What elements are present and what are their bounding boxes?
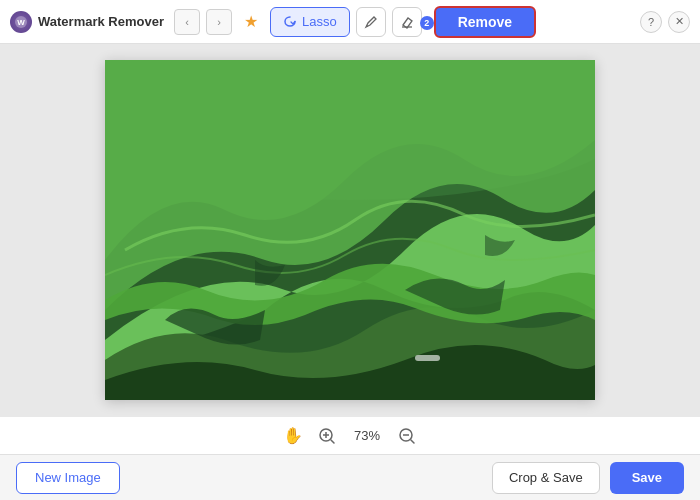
bottom-bar: New Image Crop & Save Save	[0, 454, 700, 500]
star-button[interactable]: ★	[238, 9, 264, 35]
zoom-out-button[interactable]	[395, 424, 419, 448]
eraser-tool-button[interactable]	[392, 7, 422, 37]
zoom-out-icon	[398, 427, 416, 445]
zoom-bar: ✋ 73%	[0, 416, 700, 454]
badge-count: 2	[420, 16, 434, 30]
canvas-area	[0, 44, 700, 416]
crop-save-button[interactable]: Crop & Save	[492, 462, 600, 494]
bottom-right-actions: Crop & Save Save	[492, 462, 684, 494]
landscape-image	[105, 60, 595, 400]
close-button[interactable]: ✕	[668, 11, 690, 33]
remove-button[interactable]: Remove	[434, 6, 536, 38]
new-image-button[interactable]: New Image	[16, 462, 120, 494]
lasso-icon	[283, 15, 297, 29]
hand-icon: ✋	[283, 426, 303, 445]
save-button[interactable]: Save	[610, 462, 684, 494]
svg-text:W: W	[17, 18, 25, 27]
help-button[interactable]: ?	[640, 11, 662, 33]
eraser-icon	[400, 15, 414, 29]
window-controls: ? ✕	[640, 11, 690, 33]
svg-line-9	[331, 440, 334, 443]
hand-tool-button[interactable]: ✋	[281, 424, 305, 448]
app-title: Watermark Remover	[38, 14, 164, 29]
forward-button[interactable]: ›	[206, 9, 232, 35]
brush-tool-button[interactable]	[356, 7, 386, 37]
back-button[interactable]: ‹	[174, 9, 200, 35]
lasso-tool-button[interactable]: Lasso	[270, 7, 350, 37]
zoom-in-icon	[318, 427, 336, 445]
app-logo: W	[10, 11, 32, 33]
svg-rect-5	[415, 355, 440, 361]
pen-icon	[364, 15, 378, 29]
lasso-label: Lasso	[302, 14, 337, 29]
zoom-level: 73%	[349, 428, 385, 443]
image-container	[105, 60, 595, 400]
zoom-in-button[interactable]	[315, 424, 339, 448]
titlebar: W Watermark Remover ‹ › ★ Lasso 2 Remove…	[0, 0, 700, 44]
svg-line-12	[411, 440, 414, 443]
